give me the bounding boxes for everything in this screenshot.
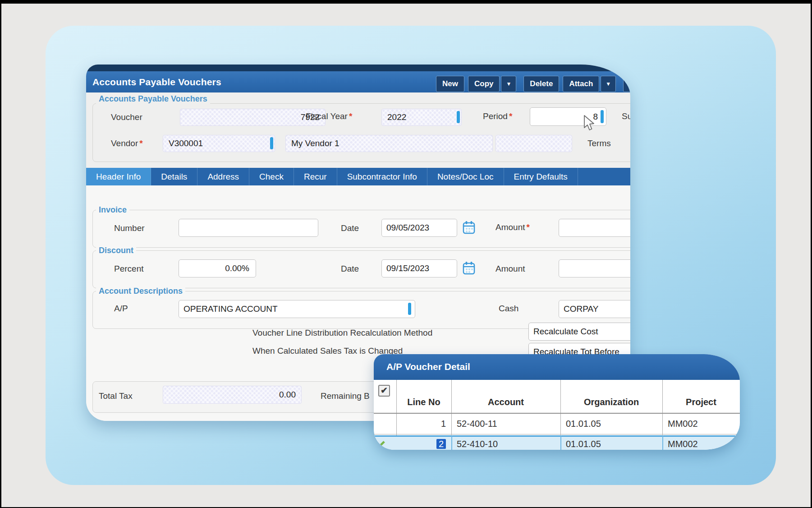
cell-organization: 01.01.05 bbox=[560, 413, 662, 434]
tab-check[interactable]: Check bbox=[249, 168, 294, 185]
invoice-number-field[interactable] bbox=[179, 219, 318, 237]
ap-account-field[interactable] bbox=[179, 300, 415, 318]
ap-label: A/P bbox=[114, 304, 128, 314]
discount-fieldset bbox=[92, 250, 630, 288]
tab-subcontractor-info[interactable]: Subcontractor Info bbox=[337, 168, 427, 185]
invoice-amount-label-text: Amount bbox=[495, 222, 525, 232]
column-header-account[interactable]: Account bbox=[451, 397, 560, 407]
invoice-amount-field[interactable] bbox=[559, 219, 630, 237]
cell-line-no: 1 bbox=[396, 413, 451, 434]
copy-button[interactable]: Copy bbox=[468, 76, 500, 92]
discount-amount-field[interactable] bbox=[559, 259, 630, 277]
fiscal-year-caret-icon bbox=[457, 111, 460, 123]
invoice-legend: Invoice bbox=[96, 205, 129, 215]
recalc-method-label: Voucher Line Distribution Recalculation … bbox=[252, 328, 432, 338]
cell-project: MM002 bbox=[662, 413, 740, 434]
tab-notes-doc-loc[interactable]: Notes/Doc Loc bbox=[427, 168, 504, 185]
total-tax-field[interactable] bbox=[163, 386, 302, 404]
window-top-band bbox=[86, 65, 630, 71]
invoice-amount-required-mark: * bbox=[526, 222, 529, 232]
fiscal-year-field[interactable] bbox=[381, 109, 462, 126]
invoice-date-field[interactable] bbox=[381, 219, 457, 237]
tab-details[interactable]: Details bbox=[151, 168, 197, 185]
vendor-required-mark: * bbox=[139, 139, 142, 148]
header-fieldset-legend: Accounts Payable Vouchers bbox=[96, 94, 210, 104]
cash-label: Cash bbox=[499, 304, 518, 314]
tab-bar: Header Info Details Address Check Recur … bbox=[86, 168, 630, 185]
invoice-fieldset bbox=[92, 210, 630, 248]
column-header-organization[interactable]: Organization bbox=[560, 397, 662, 407]
detail-title: A/P Voucher Detail bbox=[386, 354, 470, 379]
voucher-label: Voucher bbox=[111, 112, 142, 122]
cash-account-field[interactable] bbox=[559, 300, 630, 318]
terms-label: Terms bbox=[587, 139, 611, 148]
grid-line bbox=[451, 435, 452, 450]
total-tax-label: Total Tax bbox=[99, 391, 133, 401]
discount-date-field[interactable] bbox=[381, 259, 457, 277]
new-button[interactable]: New bbox=[436, 76, 464, 92]
column-header-line-no[interactable]: Line No bbox=[396, 397, 451, 407]
presentation-card: Accounts Payable Vouchers New Copy ▼ Del… bbox=[46, 26, 776, 485]
cell-project: MM002 bbox=[662, 437, 740, 450]
discount-date-label: Date bbox=[341, 264, 359, 274]
truncated-right-label: Su bbox=[622, 111, 630, 121]
edit-pencil-icon bbox=[377, 439, 386, 448]
detail-titlebar: A/P Voucher Detail bbox=[374, 354, 740, 380]
toolbar: New Copy ▼ Delete Attach ▼ Email A bbox=[436, 75, 630, 92]
window-titlebar: Accounts Payable Vouchers New Copy ▼ Del… bbox=[86, 71, 630, 92]
invoice-calendar-icon[interactable] bbox=[463, 221, 475, 234]
select-all-checkbox[interactable]: ✔ bbox=[378, 385, 390, 397]
attach-dropdown-arrow-icon[interactable]: ▼ bbox=[601, 76, 616, 92]
period-label: Period* bbox=[483, 111, 512, 121]
account-descriptions-legend: Account Descriptions bbox=[96, 286, 185, 296]
row-divider bbox=[374, 434, 740, 434]
tab-header-info[interactable]: Header Info bbox=[86, 168, 151, 185]
mouse-cursor-icon bbox=[583, 115, 596, 132]
discount-percent-field[interactable] bbox=[179, 259, 256, 277]
delete-button[interactable]: Delete bbox=[523, 76, 559, 92]
ap-voucher-detail-window: A/P Voucher Detail ✔ Line No Account Org… bbox=[374, 354, 740, 450]
tab-address[interactable]: Address bbox=[197, 168, 249, 185]
fiscal-year-label: Fiscal Year* bbox=[306, 111, 352, 121]
desktop-background: Accounts Payable Vouchers New Copy ▼ Del… bbox=[1, 4, 811, 507]
grid-line bbox=[662, 435, 663, 450]
vendor-label-text: Vendor bbox=[111, 139, 138, 148]
discount-percent-label: Percent bbox=[114, 264, 143, 274]
discount-amount-label: Amount bbox=[495, 264, 525, 274]
discount-legend: Discount bbox=[96, 246, 136, 255]
table-row-selected[interactable]: 2 52-410-10 01.01.05 MM002 bbox=[374, 435, 740, 450]
cell-account: 52-410-10 bbox=[451, 437, 560, 450]
cell-organization: 01.01.05 bbox=[560, 437, 662, 450]
vendor-label: Vendor* bbox=[111, 139, 143, 148]
tab-recur[interactable]: Recur bbox=[294, 168, 337, 185]
remaining-label: Remaining B bbox=[321, 391, 370, 401]
vendor-extra-field[interactable] bbox=[495, 135, 572, 152]
email-button[interactable]: Email bbox=[623, 76, 630, 92]
ap-caret-icon bbox=[408, 303, 411, 315]
fiscal-year-label-text: Fiscal Year bbox=[306, 111, 348, 121]
vendor-code-field[interactable] bbox=[163, 135, 275, 152]
attach-button[interactable]: Attach bbox=[563, 76, 599, 92]
copy-dropdown-arrow-icon[interactable]: ▼ bbox=[501, 76, 516, 92]
period-caret-icon bbox=[601, 110, 604, 123]
recalc-method-dropdown[interactable]: Recalculate Cost bbox=[528, 323, 630, 341]
cell-line-no: 2 bbox=[396, 437, 451, 450]
vendor-name-field[interactable] bbox=[285, 135, 493, 152]
cell-account: 52-400-11 bbox=[451, 413, 560, 434]
period-label-text: Period bbox=[483, 111, 508, 121]
period-required-mark: * bbox=[509, 111, 512, 121]
column-header-project[interactable]: Project bbox=[662, 397, 740, 407]
invoice-date-label: Date bbox=[341, 223, 359, 233]
vendor-caret-icon bbox=[270, 137, 273, 149]
voucher-field[interactable] bbox=[180, 109, 326, 126]
discount-calendar-icon[interactable] bbox=[463, 261, 475, 275]
invoice-number-label: Number bbox=[114, 223, 145, 233]
fiscal-year-required-mark: * bbox=[349, 111, 352, 121]
tab-entry-defaults[interactable]: Entry Defaults bbox=[504, 168, 578, 185]
selected-line-no: 2 bbox=[436, 439, 446, 449]
window-title: Accounts Payable Vouchers bbox=[92, 71, 221, 92]
invoice-amount-label: Amount* bbox=[495, 222, 530, 232]
grid-line bbox=[560, 435, 561, 450]
